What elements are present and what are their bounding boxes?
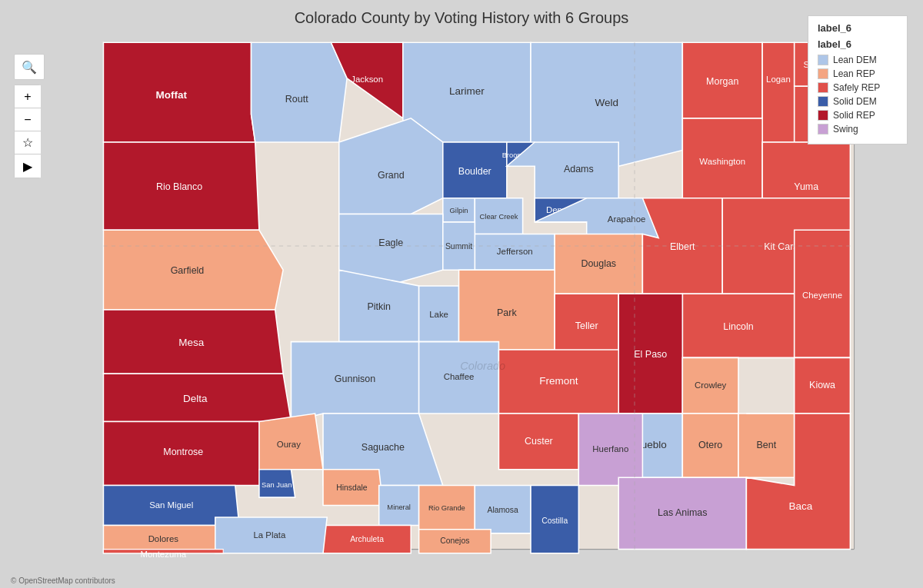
zoom-out-button[interactable]: − [15,108,41,131]
legend-title: label_6 [818,22,898,34]
svg-text:Otero: Otero [698,440,722,450]
svg-text:Bent: Bent [757,440,777,450]
svg-text:Arapahoe: Arapahoe [608,214,645,224]
legend: label_6 label_6 Lean DEM Lean REP Safely… [808,15,908,145]
svg-text:El Paso: El Paso [634,349,667,360]
svg-text:Crowley: Crowley [695,380,726,390]
svg-text:La Plata: La Plata [253,530,286,540]
svg-text:Costilla: Costilla [541,517,568,525]
svg-text:San Miguel: San Miguel [149,500,193,510]
svg-text:Chaffee: Chaffee [444,372,475,381]
svg-text:Rio Blanco: Rio Blanco [156,181,202,192]
search-icon: 🔍 [22,60,37,75]
svg-text:Moffat: Moffat [155,89,187,101]
svg-text:Yuma: Yuma [794,181,818,192]
legend-swatch-0 [818,55,828,65]
svg-text:Alamosa: Alamosa [487,506,518,514]
legend-item-2: Safely REP [818,82,898,93]
svg-text:Kiowa: Kiowa [809,380,835,390]
svg-text:Saguache: Saguache [362,442,405,453]
svg-text:Mesa: Mesa [178,337,205,348]
svg-text:San Juan: San Juan [262,481,292,489]
svg-text:Montrose: Montrose [163,447,203,457]
svg-text:Lincoln: Lincoln [723,321,754,332]
legend-swatch-4 [818,110,828,121]
svg-text:Washington: Washington [699,157,745,166]
map-container: Colorado County by Voting History with 6… [0,0,923,588]
legend-item-3: Solid DEM [818,96,898,107]
legend-label-3: Solid DEM [833,96,877,107]
colorado-map: Moffat Routt Jackson Larimer Weld Morgan… [42,38,915,557]
county-logan[interactable] [762,42,795,142]
zoom-in-button[interactable]: + [15,85,41,108]
svg-text:Summit: Summit [445,242,472,251]
svg-text:Logan: Logan [766,75,791,84]
svg-text:Weld: Weld [595,97,618,108]
search-button[interactable]: 🔍 [14,54,45,80]
svg-text:Baca: Baca [789,500,813,512]
legend-item-0: Lean DEM [818,55,898,65]
svg-text:Clear Creek: Clear Creek [480,213,518,221]
county-routt[interactable] [252,42,348,142]
svg-text:Elbert: Elbert [670,241,695,252]
svg-text:Jackson: Jackson [351,75,383,84]
svg-text:Montezuma: Montezuma [141,550,187,557]
svg-text:Lake: Lake [429,310,448,319]
svg-text:Cheyenne: Cheyenne [802,291,842,300]
legend-items: Lean DEM Lean REP Safely REP Solid DEM S… [818,55,898,135]
attribution: © OpenStreetMap contributors [11,576,115,585]
svg-text:Park: Park [497,307,517,318]
svg-text:Las Animas: Las Animas [658,507,707,518]
legend-swatch-3 [818,96,828,107]
svg-text:Dolores: Dolores [148,534,179,543]
legend-item-1: Lean REP [818,68,898,79]
svg-text:Colorado: Colorado [460,360,505,372]
legend-swatch-2 [818,82,828,93]
svg-text:Gilpin: Gilpin [450,207,468,214]
map-svg: Moffat Routt Jackson Larimer Weld Morgan… [42,38,915,557]
svg-text:Conejos: Conejos [440,537,469,545]
svg-text:Delta: Delta [183,392,208,404]
svg-text:Archuleta: Archuleta [350,535,384,543]
svg-text:Routt: Routt [285,94,308,105]
svg-text:Gunnison: Gunnison [335,374,375,384]
svg-text:Douglas: Douglas [581,258,616,269]
svg-text:Eagle: Eagle [378,238,403,248]
legend-swatch-5 [818,124,828,135]
legend-label-5: Swing [833,124,858,135]
map-zoom-controls: + − ☆ ▶ [14,85,40,178]
svg-text:Mineral: Mineral [387,503,411,511]
svg-text:Adams: Adams [564,164,594,174]
svg-text:Rio Grande: Rio Grande [428,504,465,512]
svg-text:Garfield: Garfield [171,265,205,276]
legend-label-2: Safely REP [833,82,880,93]
legend-label: label_6 [818,38,898,50]
legend-label-1: Lean REP [833,68,875,79]
legend-swatch-1 [818,68,828,79]
svg-text:Larimer: Larimer [449,85,485,97]
svg-text:Pitkin: Pitkin [367,301,391,312]
svg-text:Custer: Custer [525,436,553,447]
svg-text:Morgan: Morgan [706,76,738,87]
svg-text:Fremont: Fremont [539,375,578,387]
navigate-button[interactable]: ▶ [15,154,41,178]
legend-item-5: Swing [818,124,898,135]
bookmark-button[interactable]: ☆ [15,131,41,154]
svg-text:Teller: Teller [575,321,598,331]
legend-item-4: Solid REP [818,110,898,121]
legend-label-0: Lean DEM [833,55,877,65]
svg-text:Hinsdale: Hinsdale [336,483,368,492]
svg-text:Huerfano: Huerfano [592,444,628,453]
legend-label-4: Solid REP [833,110,875,121]
svg-text:Jefferson: Jefferson [497,247,533,256]
svg-text:Boulder: Boulder [458,166,491,177]
svg-text:Ouray: Ouray [277,440,301,449]
svg-text:Grand: Grand [378,170,405,181]
page-title: Colorado County by Voting History with 6… [0,9,923,27]
